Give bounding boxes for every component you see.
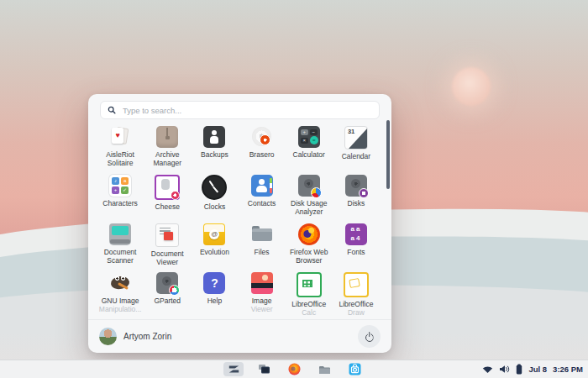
app-item-evolution[interactable]: @Evolution [191,223,238,269]
user-bar: Artyom Zorin [88,319,391,353]
app-item-characters[interactable]: ♪a+✓Characters [97,175,144,220]
taskbar-zorin-menu-button[interactable] [223,362,244,376]
app-label: Clocks [204,202,226,211]
app-item-solitaire[interactable]: ♥AisleRiotSolitaire [97,126,144,171]
power-button[interactable] [358,325,381,348]
app-label: LibreOfficeDraw [339,300,373,317]
app-item-archive[interactable]: ArchiveManager [144,126,191,171]
app-label: Help [207,297,222,305]
taskbar-software-store-icon[interactable] [344,362,365,376]
battery-icon[interactable] [516,364,522,375]
app-item-image-viewer[interactable]: ImageViewer [239,272,286,318]
avatar[interactable] [99,328,117,345]
app-label: Calendar [342,152,371,160]
app-label: Firefox WebBrowser [290,248,328,265]
search-bar[interactable] [100,101,380,119]
app-label: Characters [102,199,138,207]
solitaire-icon: ♥ [109,126,131,148]
disk-usage-analyzer-icon [298,175,320,197]
app-label: DocumentViewer [151,249,184,266]
app-item-disk-usage-analyzer[interactable]: Disk UsageAnalyzer [286,175,333,220]
search-input[interactable] [121,105,372,116]
moon [452,67,491,106]
help-icon: ? [203,272,225,294]
app-item-libreoffice-calc[interactable]: LibreOfficeCalc [286,272,333,318]
app-label: Backups [201,150,228,159]
taskbar-firefox-icon[interactable] [284,362,304,376]
image-viewer-icon [251,272,273,294]
app-item-calendar[interactable]: 31Calendar [333,126,380,171]
fonts-icon: aaa4 [345,223,367,245]
cheese-icon [155,175,180,200]
desktop: ♥AisleRiotSolitaireArchiveManagerBackups… [0,0,588,378]
files-icon [251,223,273,245]
app-label: GNU ImageManipulatio... [99,297,142,313]
app-item-cheese[interactable]: Cheese [144,175,191,220]
contacts-icon [251,175,273,197]
libreoffice-draw-icon [344,272,369,297]
search-icon [108,106,116,114]
app-item-document-viewer[interactable]: DocumentViewer [144,223,191,269]
app-item-brasero[interactable]: Brasero [239,126,286,171]
app-item-backups[interactable]: Backups [191,126,238,171]
firefox-icon [298,223,320,245]
app-label: Evolution [200,248,229,256]
app-label: Contacts [248,199,276,207]
app-label: Calculator [293,150,325,159]
app-label: ArchiveManager [153,150,181,167]
calculator-icon: +−×= [298,126,320,148]
tray-date[interactable]: Jul 8 [528,365,547,374]
app-label: AisleRiotSolitaire [106,150,134,167]
app-label: Fonts [347,248,365,256]
disks-icon [345,175,367,197]
clocks-icon [202,175,227,200]
app-label: Files [255,248,270,256]
app-item-clocks[interactable]: Clocks [191,175,238,220]
evolution-icon: @ [203,223,225,245]
backups-icon [203,126,225,148]
app-label: ImageViewer [251,297,273,313]
archive-icon [156,126,178,148]
characters-icon: ♪a+✓ [109,175,131,197]
app-item-files[interactable]: Files [239,223,286,269]
app-item-help[interactable]: ?Help [191,272,238,318]
app-item-calculator[interactable]: +−×=Calculator [286,126,333,171]
gparted-icon [156,272,178,294]
libreoffice-calc-icon [297,272,322,297]
app-item-libreoffice-draw[interactable]: LibreOfficeDraw [333,272,380,318]
app-grid: ♥AisleRiotSolitaireArchiveManagerBackups… [97,126,380,318]
gimp-icon [109,272,131,294]
app-item-document-scanner[interactable]: DocumentScanner [97,223,144,269]
app-label: Disks [348,199,365,207]
brasero-icon [251,126,273,148]
app-label: Disk UsageAnalyzer [291,199,327,216]
taskbar-apps [223,360,365,378]
app-label: DocumentScanner [104,248,137,265]
app-item-gimp[interactable]: GNU ImageManipulatio... [97,272,144,318]
user-name[interactable]: Artyom Zorin [123,332,171,341]
app-launcher-panel: ♥AisleRiotSolitaireArchiveManagerBackups… [88,94,391,353]
tray-time[interactable]: 3:26 PM [553,365,583,374]
app-label: Cheese [155,202,180,211]
app-item-fonts[interactable]: aaa4Fonts [333,223,380,269]
app-item-firefox[interactable]: Firefox WebBrowser [286,223,333,269]
system-tray: Jul 8 3:26 PM [482,360,583,378]
app-item-disks[interactable]: Disks [333,175,380,220]
wifi-icon[interactable] [482,365,493,374]
document-scanner-icon [109,223,131,245]
power-icon [365,332,374,341]
app-label: LibreOfficeCalc [291,300,326,317]
taskbar-files-folder-icon[interactable] [314,362,334,376]
document-viewer-icon [155,223,179,247]
app-item-gparted[interactable]: GParted [144,272,191,318]
app-item-contacts[interactable]: Contacts [239,175,286,220]
app-label: GParted [154,297,181,305]
scrollbar[interactable] [386,120,390,189]
calendar-icon: 31 [344,126,368,150]
volume-icon[interactable] [499,365,510,374]
app-label: Brasero [249,150,275,159]
taskbar: Jul 8 3:26 PM [0,360,588,378]
taskbar-app-window-icon[interactable] [254,362,274,376]
